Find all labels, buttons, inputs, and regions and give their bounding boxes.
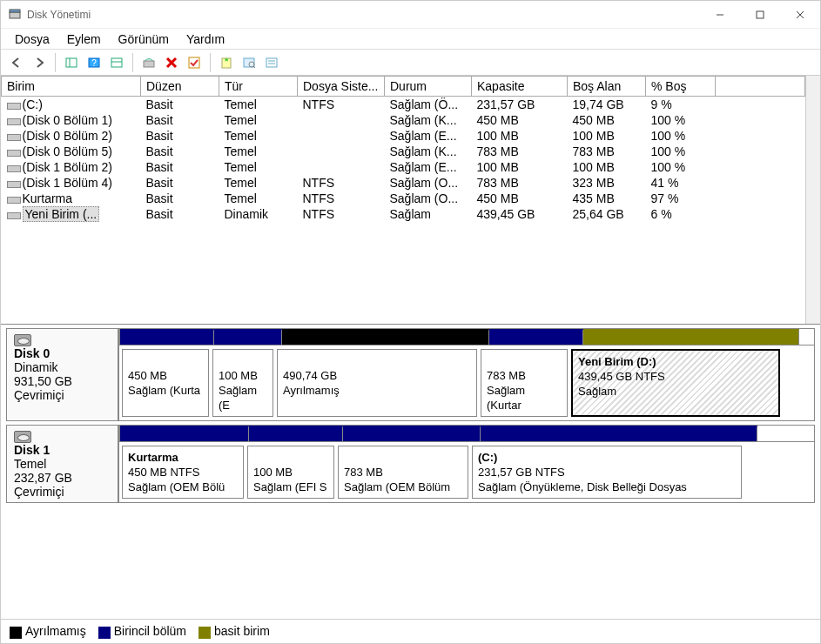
settings-button[interactable]	[106, 52, 127, 73]
volume-icon	[7, 179, 19, 188]
partition-size: 783 MB	[344, 466, 383, 479]
volume-list-pane: Birim Düzen Tür Dosya Siste... Durum Kap…	[1, 76, 820, 325]
cell-pfree: 9 %	[646, 97, 716, 113]
delete-button[interactable]	[161, 52, 182, 73]
col-status[interactable]: Durum	[385, 77, 472, 97]
cell-status: Sağlam (E...	[385, 159, 472, 175]
list-button[interactable]	[261, 52, 282, 73]
cell-status: Sağlam (Ö...	[385, 97, 472, 113]
partition[interactable]: 490,74 GBAyrılmamış	[277, 349, 477, 417]
volume-name: (Disk 0 Bölüm 2)	[23, 129, 112, 143]
col-volume[interactable]: Birim	[2, 77, 141, 97]
volume-name: (C:)	[23, 97, 43, 111]
cell-pfree: 100 %	[646, 144, 716, 159]
cell-status: Sağlam (E...	[385, 128, 472, 144]
partition-size: 490,74 GB	[283, 369, 337, 382]
svg-rect-20	[266, 58, 277, 67]
cell-free: 783 MB	[568, 144, 646, 159]
col-free[interactable]: Boş Alan	[568, 77, 646, 97]
disk-header: Disk 1 Temel 232,87 GB Çevrimiçi	[6, 425, 119, 503]
nav-back-button[interactable]	[6, 52, 27, 73]
table-row[interactable]: Yeni Birim (...BasitDinamikNTFSSağlam439…	[2, 206, 805, 222]
cell-fs: NTFS	[298, 191, 385, 206]
svg-rect-10	[111, 58, 122, 67]
table-row[interactable]: (C:)BasitTemelNTFSSağlam (Ö...231,57 GB1…	[2, 97, 805, 113]
volume-icon	[7, 148, 19, 157]
volume-icon	[7, 211, 19, 219]
disk-icon	[14, 431, 31, 443]
table-row[interactable]: (Disk 1 Bölüm 4)BasitTemelNTFSSağlam (O.…	[2, 175, 805, 191]
cell-fs: NTFS	[298, 175, 385, 191]
menu-help[interactable]: Yardım	[178, 30, 233, 48]
table-row[interactable]: (Disk 0 Bölüm 2)BasitTemelSağlam (E...10…	[2, 128, 805, 144]
cell-type: Temel	[219, 128, 298, 144]
show-hide-tree-button[interactable]	[61, 52, 82, 73]
partition-title: Kurtarma	[128, 451, 178, 464]
disk-row[interactable]: Disk 1 Temel 232,87 GB Çevrimiçi Kurtarm…	[6, 425, 815, 503]
col-type[interactable]: Tür	[219, 77, 298, 97]
col-layout[interactable]: Düzen	[141, 77, 219, 97]
properties-button[interactable]	[239, 52, 259, 73]
partition-size: 450 MB	[128, 369, 167, 382]
scrollbar[interactable]	[805, 76, 820, 324]
partition-size: 783 MB	[487, 369, 526, 382]
col-fs[interactable]: Dosya Siste...	[298, 77, 385, 97]
disk-type: Temel	[14, 457, 111, 471]
svg-rect-0	[10, 12, 20, 18]
cell-capacity: 783 MB	[472, 144, 568, 159]
cell-status: Sağlam	[385, 206, 472, 222]
volume-name: (Disk 1 Bölüm 2)	[23, 160, 112, 174]
legend-simple: basit birim	[214, 624, 270, 638]
col-pfree[interactable]: % Boş	[646, 77, 716, 97]
partition-status: Sağlam (Önyükleme, Disk Belleği Dosyas	[478, 480, 687, 493]
cell-type: Temel	[219, 159, 298, 175]
cell-layout: Basit	[141, 206, 219, 222]
table-row[interactable]: (Disk 0 Bölüm 1)BasitTemelSağlam (K...45…	[2, 112, 805, 128]
cell-free: 435 MB	[568, 191, 646, 206]
partition[interactable]: Kurtarma450 MB NTFSSağlam (OEM Bölü	[122, 446, 244, 499]
partition[interactable]: 100 MBSağlam (EFI S	[247, 446, 334, 499]
title-bar: Disk Yönetimi	[1, 1, 820, 29]
cell-free: 25,64 GB	[568, 206, 646, 222]
partition[interactable]: 100 MBSağlam (E	[212, 349, 273, 417]
partition-size: 100 MB	[219, 369, 258, 382]
svg-rect-6	[66, 58, 77, 67]
window-title: Disk Yönetimi	[27, 9, 700, 21]
nav-forward-button[interactable]	[29, 52, 50, 73]
partition-size: 439,45 GB NTFS	[578, 370, 665, 383]
close-button[interactable]	[780, 1, 820, 28]
check-button[interactable]	[184, 52, 205, 73]
cell-free: 323 MB	[568, 175, 646, 191]
maximize-button[interactable]	[740, 1, 780, 28]
partition[interactable]: (C:)231,57 GB NTFSSağlam (Önyükleme, Dis…	[472, 446, 742, 499]
partition[interactable]: 783 MBSağlam (Kurtar	[481, 349, 568, 417]
partition-title: (C:)	[478, 451, 497, 464]
cell-layout: Basit	[141, 97, 219, 113]
cell-capacity: 783 MB	[472, 175, 568, 191]
disk-type: Dinamik	[14, 360, 111, 374]
table-row[interactable]: (Disk 1 Bölüm 2)BasitTemelSağlam (E...10…	[2, 159, 805, 175]
partition[interactable]: 783 MBSağlam (OEM Bölüm	[338, 446, 468, 499]
cell-type: Temel	[219, 175, 298, 191]
cell-fs	[298, 112, 385, 128]
col-capacity[interactable]: Kapasite	[472, 77, 568, 97]
menu-file[interactable]: Dosya	[6, 30, 58, 48]
partition-size: 231,57 GB NTFS	[478, 466, 565, 479]
minimize-button[interactable]	[700, 1, 740, 28]
volume-table[interactable]: Birim Düzen Tür Dosya Siste... Durum Kap…	[1, 76, 805, 222]
table-row[interactable]: KurtarmaBasitTemelNTFSSağlam (O...450 MB…	[2, 191, 805, 206]
new-button[interactable]	[216, 52, 237, 73]
refresh-button[interactable]	[138, 52, 159, 73]
help-button[interactable]: ?	[84, 52, 104, 73]
menu-action[interactable]: Eylem	[58, 30, 110, 48]
menu-view[interactable]: Görünüm	[110, 30, 178, 48]
cell-type: Temel	[219, 144, 298, 159]
partition[interactable]: 450 MBSağlam (Kurta	[122, 349, 209, 417]
cell-status: Sağlam (O...	[385, 191, 472, 206]
disk-row[interactable]: Disk 0 Dinamik 931,50 GB Çevrimiçi 450 M…	[6, 328, 815, 421]
table-row[interactable]: (Disk 0 Bölüm 5)BasitTemelSağlam (K...78…	[2, 144, 805, 159]
cell-layout: Basit	[141, 191, 219, 206]
partition[interactable]: Yeni Birim (D:)439,45 GB NTFSSağlam	[571, 349, 780, 417]
volume-icon	[7, 195, 19, 204]
cell-status: Sağlam (K...	[385, 112, 472, 128]
